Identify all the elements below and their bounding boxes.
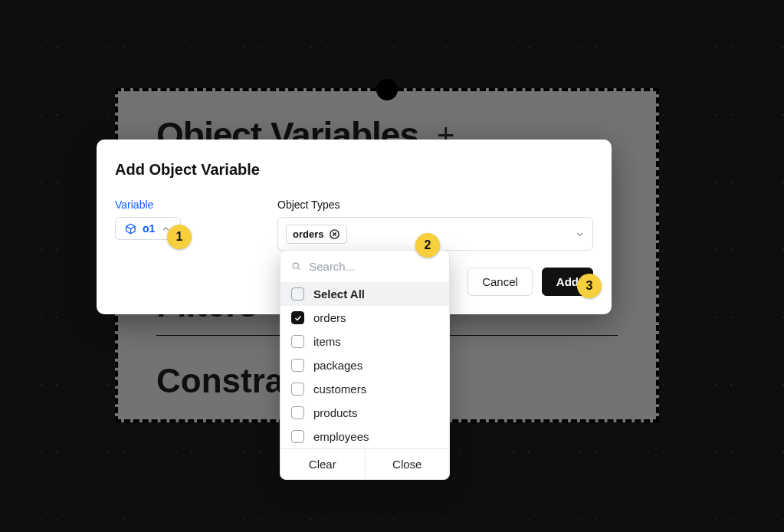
variable-value: o1	[143, 222, 155, 235]
dropdown-search-input[interactable]	[309, 260, 438, 273]
option-label: items	[313, 335, 341, 348]
option-checkbox[interactable]	[291, 430, 304, 443]
search-icon	[291, 261, 301, 272]
select-all-option[interactable]: Select All	[280, 282, 449, 306]
select-all-label: Select All	[313, 287, 365, 300]
chevron-down-icon	[575, 229, 585, 239]
selected-type-chip: orders	[286, 225, 347, 244]
option-label: orders	[313, 311, 346, 324]
callout-1: 1	[167, 225, 192, 249]
dropdown-option[interactable]: customers	[280, 377, 449, 401]
option-label: packages	[313, 359, 362, 372]
option-checkbox[interactable]	[291, 383, 304, 396]
option-checkbox[interactable]	[291, 359, 304, 372]
option-label: customers	[313, 383, 366, 396]
object-types-dropdown: Select All ordersitemspackagescustomersp…	[280, 250, 450, 480]
select-all-checkbox[interactable]	[291, 287, 304, 300]
variable-field-label: Variable	[115, 199, 261, 211]
callout-3: 3	[577, 274, 602, 298]
dropdown-actions: Clear Close	[280, 448, 449, 479]
dropdown-option[interactable]: orders	[280, 306, 449, 330]
option-label: products	[313, 406, 358, 419]
modal-title: Add Object Variable	[115, 161, 593, 179]
callout-2: 2	[415, 233, 440, 258]
cancel-button[interactable]: Cancel	[467, 268, 533, 296]
option-checkbox[interactable]	[291, 311, 304, 324]
object-types-field-label: Object Types	[277, 199, 593, 211]
dropdown-clear-button[interactable]: Clear	[280, 449, 366, 479]
option-label: employees	[313, 430, 369, 443]
option-checkbox[interactable]	[291, 335, 304, 348]
dropdown-option[interactable]: employees	[280, 425, 449, 448]
dropdown-option[interactable]: items	[280, 330, 449, 353]
svg-point-3	[293, 263, 298, 268]
svg-line-4	[298, 268, 300, 269]
dropdown-option[interactable]: packages	[280, 353, 449, 377]
dropdown-close-button[interactable]: Close	[366, 449, 450, 479]
remove-chip-icon[interactable]	[329, 228, 340, 240]
option-checkbox[interactable]	[291, 406, 304, 419]
chip-label: orders	[293, 228, 323, 240]
cube-icon	[125, 223, 136, 235]
dropdown-option[interactable]: products	[280, 401, 449, 425]
